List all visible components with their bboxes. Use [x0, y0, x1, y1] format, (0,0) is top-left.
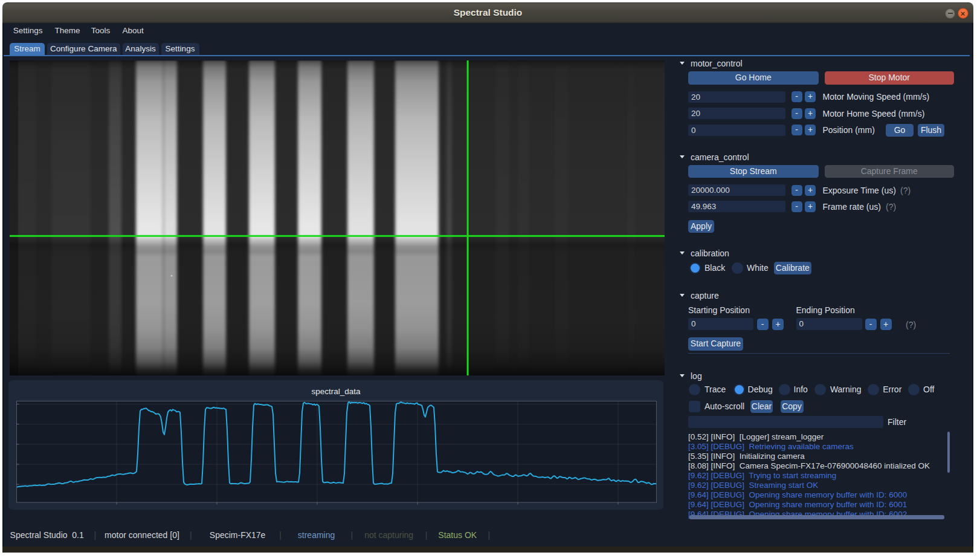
svg-text:spectral_data: spectral_data: [311, 387, 361, 396]
